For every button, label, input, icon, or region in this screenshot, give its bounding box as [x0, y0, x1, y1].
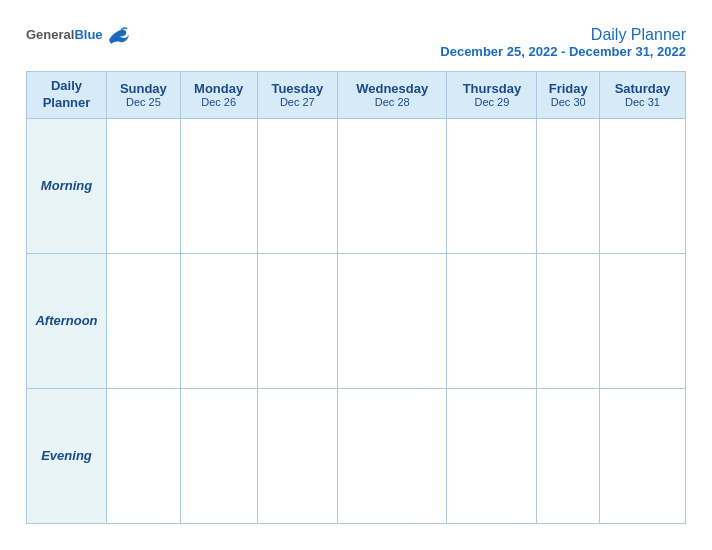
afternoon-row: Afternoon — [27, 253, 686, 388]
evening-thursday[interactable] — [447, 388, 537, 523]
logo: GeneralBlue — [26, 26, 129, 44]
col-header-tuesday: Tuesday Dec 27 — [257, 72, 338, 119]
logo-general: General — [26, 27, 74, 42]
col-header-monday: Monday Dec 26 — [180, 72, 257, 119]
afternoon-wednesday[interactable] — [338, 253, 447, 388]
col-header-label: Daily Planner — [27, 72, 107, 119]
title-area: Daily Planner December 25, 2022 - Decemb… — [440, 26, 686, 59]
evening-wednesday[interactable] — [338, 388, 447, 523]
morning-wednesday[interactable] — [338, 118, 447, 253]
logo-area: GeneralBlue — [26, 26, 129, 44]
evening-row: Evening — [27, 388, 686, 523]
col-header-saturday: Saturday Dec 31 — [599, 72, 685, 119]
planner-title: Daily Planner — [440, 26, 686, 44]
label-col-planner: Planner — [29, 95, 104, 112]
morning-thursday[interactable] — [447, 118, 537, 253]
logo-blue: Blue — [74, 27, 102, 42]
afternoon-sunday[interactable] — [107, 253, 181, 388]
evening-saturday[interactable] — [599, 388, 685, 523]
afternoon-tuesday[interactable] — [257, 253, 338, 388]
evening-sunday[interactable] — [107, 388, 181, 523]
bird-icon — [107, 26, 129, 44]
evening-friday[interactable] — [537, 388, 599, 523]
col-header-sunday: Sunday Dec 25 — [107, 72, 181, 119]
morning-label: Morning — [27, 118, 107, 253]
morning-friday[interactable] — [537, 118, 599, 253]
col-header-wednesday: Wednesday Dec 28 — [338, 72, 447, 119]
col-header-friday: Friday Dec 30 — [537, 72, 599, 119]
date-range: December 25, 2022 - December 31, 2022 — [440, 44, 686, 59]
header-row: Daily Planner Sunday Dec 25 Monday Dec 2… — [27, 72, 686, 119]
afternoon-friday[interactable] — [537, 253, 599, 388]
col-header-thursday: Thursday Dec 29 — [447, 72, 537, 119]
morning-row: Morning — [27, 118, 686, 253]
morning-tuesday[interactable] — [257, 118, 338, 253]
evening-label: Evening — [27, 388, 107, 523]
morning-monday[interactable] — [180, 118, 257, 253]
morning-sunday[interactable] — [107, 118, 181, 253]
calendar-table: Daily Planner Sunday Dec 25 Monday Dec 2… — [26, 71, 686, 524]
evening-monday[interactable] — [180, 388, 257, 523]
afternoon-monday[interactable] — [180, 253, 257, 388]
page: GeneralBlue Daily Planner December 25, 2… — [10, 10, 702, 540]
header: GeneralBlue Daily Planner December 25, 2… — [26, 26, 686, 59]
afternoon-label: Afternoon — [27, 253, 107, 388]
afternoon-saturday[interactable] — [599, 253, 685, 388]
morning-saturday[interactable] — [599, 118, 685, 253]
label-col-day: Daily — [29, 78, 104, 95]
evening-tuesday[interactable] — [257, 388, 338, 523]
afternoon-thursday[interactable] — [447, 253, 537, 388]
